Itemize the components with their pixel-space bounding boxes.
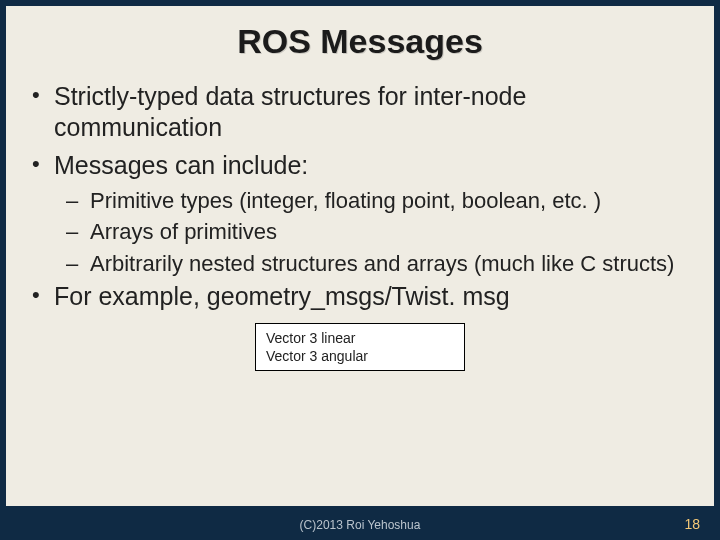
list-item: For example, geometry_msgs/Twist. msg: [28, 281, 692, 312]
slide-footer: (C)2013 Roi Yehoshua 18: [0, 506, 720, 540]
page-number: 18: [684, 516, 700, 532]
code-box: Vector 3 linear Vector 3 angular: [255, 323, 465, 371]
code-line: Vector 3 angular: [266, 347, 454, 365]
list-item: Messages can include:: [28, 150, 692, 181]
list-subitem: Arrays of primitives: [28, 218, 692, 246]
code-line: Vector 3 linear: [266, 329, 454, 347]
bullet-list: Strictly-typed data structures for inter…: [28, 81, 692, 313]
list-subitem: Arbitrarily nested structures and arrays…: [28, 250, 692, 278]
copyright-text: (C)2013 Roi Yehoshua: [0, 518, 720, 532]
list-item: Strictly-typed data structures for inter…: [28, 81, 692, 144]
slide-title: ROS Messages: [28, 22, 692, 61]
slide-body: ROS Messages Strictly-typed data structu…: [6, 6, 714, 506]
list-subitem: Primitive types (integer, floating point…: [28, 187, 692, 215]
